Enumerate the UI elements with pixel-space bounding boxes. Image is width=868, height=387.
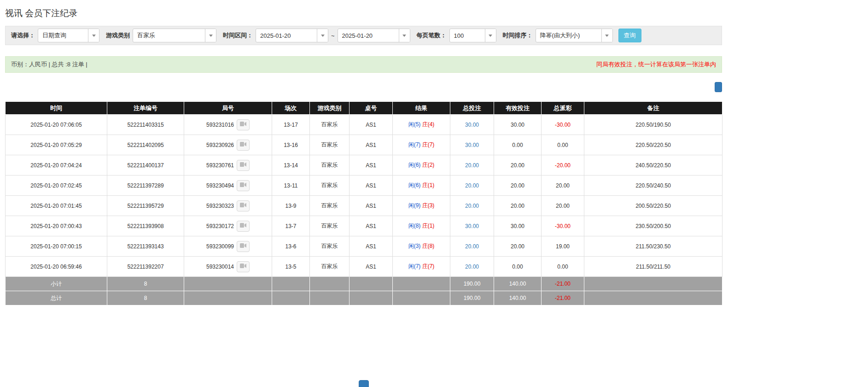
- date-range-separator: ~: [331, 32, 335, 39]
- cell-session: 13-16: [272, 135, 310, 155]
- pagination: [5, 380, 722, 387]
- result-player: 闲(9): [408, 202, 421, 209]
- table-row: 2025-01-20 07:04:24 522211400137 5932307…: [6, 155, 722, 176]
- cell-valid-bet: 20.00: [494, 236, 542, 257]
- cell-result: 闲(5) 庄(4): [393, 115, 450, 135]
- chevron-down-icon[interactable]: [317, 29, 328, 42]
- subtotal-valid-bet: 140.00: [494, 277, 542, 291]
- cell-game-type: 百家乐: [310, 196, 350, 216]
- chevron-down-icon[interactable]: [88, 29, 99, 42]
- cell-result: 闲(6) 庄(1): [393, 176, 450, 196]
- video-replay-icon: [240, 223, 246, 229]
- round-id-text: 593230099: [206, 243, 234, 250]
- cell-game-type: 百家乐: [310, 135, 350, 155]
- result-player: 闲(5): [408, 121, 421, 128]
- filter-select-label: 请选择：: [11, 31, 35, 40]
- cell-time: 2025-01-20 07:01:45: [6, 196, 107, 216]
- total-bet-link[interactable]: 20.00: [465, 182, 479, 189]
- chevron-down-icon[interactable]: [399, 29, 410, 42]
- video-replay-icon: [240, 121, 246, 128]
- cell-session: 13-11: [272, 176, 310, 196]
- header-time: 时间: [6, 102, 107, 115]
- subtotal-count: 8: [107, 277, 184, 291]
- video-replay-icon: [240, 141, 246, 148]
- table-header: 时间 注单编号 局号 场次 游戏类别 桌号 结果 总投注 有效投注 总派彩 备注: [6, 102, 722, 115]
- cell-total-bet: 30.00: [450, 216, 494, 236]
- header-session: 场次: [272, 102, 310, 115]
- filter-sort-label: 时间排序：: [503, 31, 533, 40]
- cell-total-bet: 20.00: [450, 196, 494, 216]
- cell-payout: 19.00: [542, 236, 584, 257]
- cell-valid-bet: 0.00: [494, 257, 542, 277]
- video-replay-button[interactable]: [237, 261, 250, 272]
- total-bet-link[interactable]: 20.00: [465, 203, 479, 209]
- date-to-dropdown[interactable]: 2025-01-20: [338, 29, 410, 42]
- cell-round-id: 593230494: [184, 176, 272, 196]
- date-from-dropdown[interactable]: 2025-01-20: [256, 29, 328, 42]
- cell-table-no: AS1: [350, 135, 393, 155]
- cell-game-type: 百家乐: [310, 257, 350, 277]
- header-bet-id: 注单编号: [107, 102, 184, 115]
- top-right-action-button[interactable]: [715, 82, 722, 92]
- cell-total-bet: 20.00: [450, 257, 494, 277]
- video-replay-button[interactable]: [237, 180, 250, 191]
- video-replay-button[interactable]: [237, 119, 250, 130]
- sort-order-value: 降幂(由大到小): [536, 29, 601, 42]
- game-type-value: 百家乐: [133, 29, 205, 42]
- round-id-text: 593230323: [206, 203, 234, 209]
- total-bet-link[interactable]: 20.00: [465, 264, 479, 270]
- cell-round-id: 593230172: [184, 216, 272, 236]
- total-bet-link[interactable]: 30.00: [465, 122, 479, 128]
- total-valid-bet: 140.00: [494, 291, 542, 305]
- chevron-down-icon[interactable]: [205, 29, 216, 42]
- query-button[interactable]: 查询: [618, 29, 641, 42]
- pagination-active-page-button[interactable]: [359, 380, 369, 387]
- chevron-down-icon[interactable]: [601, 29, 612, 42]
- total-bet-link[interactable]: 20.00: [465, 243, 479, 250]
- result-player: 闲(3): [408, 243, 421, 249]
- cell-session: 13-9: [272, 196, 310, 216]
- cell-table-no: AS1: [350, 236, 393, 257]
- cell-remark: 240.50/220.50: [584, 155, 722, 176]
- query-type-dropdown[interactable]: 日期查询: [38, 29, 99, 42]
- video-replay-button[interactable]: [237, 241, 250, 252]
- total-bet-link[interactable]: 20.00: [465, 162, 479, 169]
- subtotal-row: 小计 8 190.00 140.00 -21.00: [6, 277, 722, 291]
- cell-table-no: AS1: [350, 176, 393, 196]
- video-replay-button[interactable]: [237, 160, 250, 171]
- cell-remark: 230.50/200.50: [584, 216, 722, 236]
- query-type-value: 日期查询: [38, 29, 88, 42]
- cell-total-bet: 20.00: [450, 155, 494, 176]
- total-bet-link[interactable]: 30.00: [465, 223, 479, 229]
- video-replay-icon: [240, 243, 246, 250]
- cell-bet-id: 522211403315: [107, 115, 184, 135]
- video-replay-button[interactable]: [237, 200, 250, 211]
- result-player: 闲(7): [408, 263, 421, 270]
- video-replay-icon: [240, 263, 246, 270]
- total-bet-link[interactable]: 30.00: [465, 142, 479, 148]
- per-page-value: 100: [450, 29, 485, 42]
- result-banker: 庄(1): [422, 182, 435, 188]
- sort-order-dropdown[interactable]: 降幂(由大到小): [536, 29, 613, 42]
- cell-valid-bet: 20.00: [494, 196, 542, 216]
- subtotal-total-bet: 190.00: [450, 277, 494, 291]
- chevron-down-icon[interactable]: [485, 29, 496, 42]
- video-replay-button[interactable]: [237, 221, 250, 232]
- cell-bet-id: 522211395729: [107, 196, 184, 216]
- cell-game-type: 百家乐: [310, 236, 350, 257]
- table-row: 2025-01-20 07:06:05 522211403315 5932310…: [6, 115, 722, 135]
- cell-time: 2025-01-20 07:04:24: [6, 155, 107, 176]
- per-page-dropdown[interactable]: 100: [449, 29, 496, 42]
- cell-result: 闲(3) 庄(8): [393, 236, 450, 257]
- cell-result: 闲(7) 庄(7): [393, 135, 450, 155]
- game-type-dropdown[interactable]: 百家乐: [133, 29, 216, 42]
- cell-time: 2025-01-20 06:59:46: [6, 257, 107, 277]
- table-row: 2025-01-20 07:00:15 522211393143 5932300…: [6, 236, 722, 257]
- result-player: 闲(8): [408, 223, 421, 229]
- cell-game-type: 百家乐: [310, 216, 350, 236]
- header-round-id: 局号: [184, 102, 272, 115]
- video-replay-button[interactable]: [237, 140, 250, 151]
- video-replay-icon: [240, 202, 246, 209]
- cell-time: 2025-01-20 07:05:29: [6, 135, 107, 155]
- filter-time-range-label: 时间区间：: [223, 31, 253, 40]
